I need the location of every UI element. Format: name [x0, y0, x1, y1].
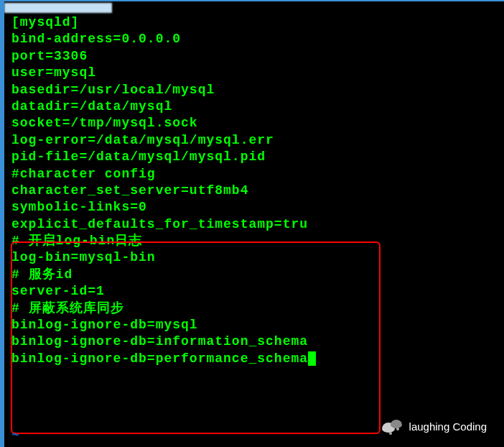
watermark-text: laughing Coding: [409, 420, 487, 434]
terminal-cursor: [308, 351, 316, 366]
watermark: laughing Coding: [382, 420, 487, 434]
config-line: # 屏蔽系统库同步: [11, 300, 497, 317]
config-line: pid-file=/data/mysql/mysql.pid: [11, 149, 497, 165]
config-line: # 开启log-bin日志: [11, 233, 497, 249]
wechat-icon: [382, 420, 402, 434]
config-line-cursor: binlog-ignore-db=performance_schema: [11, 351, 497, 367]
config-line: character_set_server=utf8mb4: [11, 183, 497, 199]
config-line: # 服务id: [11, 267, 497, 283]
config-text: binlog-ignore-db=performance_schema: [11, 351, 308, 366]
config-line: [mysqld]: [11, 14, 497, 31]
config-line: socket=/tmp/mysql.sock: [11, 115, 497, 132]
config-line: bind-address=0.0.0.0: [11, 31, 497, 47]
config-line: binlog-ignore-db=mysql: [11, 317, 497, 333]
config-line: user=mysql: [11, 65, 497, 81]
config-line: explicit_defaults_for_timestamp=tru: [11, 216, 497, 233]
config-line: basedir=/usr/local/mysql: [11, 82, 497, 98]
config-line: port=3306: [11, 48, 497, 65]
vim-tilde: ~: [11, 428, 19, 444]
config-line: symbolic-links=0: [11, 199, 497, 216]
config-line: log-bin=mysql-bin: [11, 249, 497, 266]
config-line: binlog-ignore-db=information_schema: [11, 333, 497, 350]
config-line: datadir=/data/mysql: [11, 98, 497, 115]
config-line: #character config: [11, 166, 497, 183]
config-line: log-error=/data/mysql/mysql.err: [11, 132, 497, 149]
config-line: server-id=1: [11, 283, 497, 300]
terminal-viewport[interactable]: [mysqld] bind-address=0.0.0.0 port=3306 …: [4, 1, 504, 374]
tab-blur-region: [4, 3, 112, 13]
